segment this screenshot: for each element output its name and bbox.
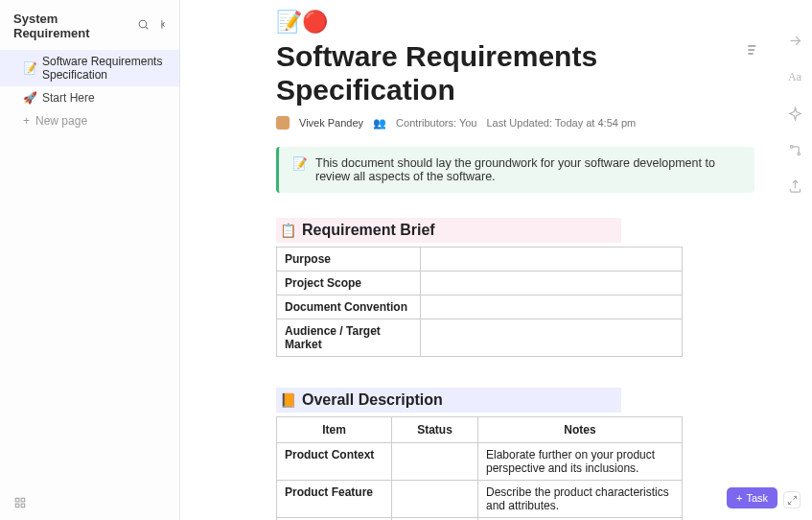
contributors-icon[interactable]: 👥 <box>373 117 386 130</box>
callout-icon: 📝 <box>292 156 308 183</box>
contributors-value: You <box>459 117 477 129</box>
section-heading-brief[interactable]: 📋 Requirement Brief <box>276 218 621 243</box>
section-icon: 📙 <box>280 392 296 408</box>
fullscreen-icon[interactable] <box>783 491 800 508</box>
callout-block[interactable]: 📝 This document should lay the groundwor… <box>276 147 754 193</box>
table-row: Project Scope <box>277 272 683 295</box>
sidebar-item-label: Software Requirements Specification <box>42 55 170 82</box>
expand-width-icon[interactable] <box>787 33 802 48</box>
updated-label: Last Updated: <box>486 117 552 129</box>
svg-point-14 <box>790 145 793 148</box>
plus-icon: + <box>736 492 742 504</box>
svg-point-15 <box>798 153 800 155</box>
table-row: Document Convention <box>277 295 683 319</box>
sidebar-item-label: Start Here <box>42 91 95 105</box>
table-row: Product Feature Describe the product cha… <box>277 481 683 518</box>
svg-rect-6 <box>21 504 25 508</box>
svg-rect-4 <box>21 498 25 502</box>
docs-home-icon[interactable] <box>13 496 27 512</box>
svg-rect-3 <box>15 498 19 502</box>
svg-line-18 <box>788 501 791 504</box>
typography-icon[interactable]: Aa <box>787 69 802 84</box>
new-page-button[interactable]: + New page <box>0 109 179 132</box>
callout-text: This document should lay the groundwork … <box>315 156 741 183</box>
section-heading-overall[interactable]: 📙 Overall Description <box>276 388 621 413</box>
sidebar-item-start-here[interactable]: 🚀 Start Here <box>0 86 179 109</box>
doc-meta: Vivek Pandey 👥 Contributors: You Last Up… <box>276 116 754 130</box>
new-page-label: New page <box>35 114 87 128</box>
contributors-label: Contributors: <box>396 117 456 129</box>
plus-icon: + <box>23 114 30 128</box>
section-icon: 📋 <box>280 223 296 238</box>
main-content: 📝🔴 Software Requirements Specification V… <box>180 0 812 520</box>
requirement-brief-table[interactable]: Purpose Project Scope Document Conventio… <box>276 247 683 357</box>
section-title: Requirement Brief <box>302 222 435 239</box>
export-icon[interactable] <box>787 178 802 194</box>
author-name[interactable]: Vivek Pandey <box>299 117 363 129</box>
svg-line-17 <box>793 496 796 499</box>
cover-emoji[interactable]: 📝🔴 <box>276 10 754 35</box>
sidebar-item-srs[interactable]: 📝 Software Requirements Specification <box>0 50 179 86</box>
sidebar: System Requirement 📝 Software Requiremen… <box>0 0 180 520</box>
author-avatar[interactable] <box>276 116 290 130</box>
toc-icon[interactable] <box>743 42 758 60</box>
search-icon[interactable] <box>137 18 150 34</box>
table-header-row: Item Status Notes <box>277 417 683 443</box>
page-icon: 📝 <box>23 61 36 75</box>
table-row: Audience / Target Market <box>277 319 683 357</box>
relationships-icon[interactable] <box>787 142 802 157</box>
new-task-button[interactable]: + Task <box>727 487 777 508</box>
task-button-label: Task <box>746 492 768 504</box>
svg-line-1 <box>146 27 148 29</box>
sidebar-header: System Requirement <box>0 8 179 50</box>
section-title: Overall Description <box>302 391 443 409</box>
svg-point-0 <box>139 20 147 28</box>
updated-value: Today at 4:54 pm <box>555 117 636 129</box>
page-icon: 🚀 <box>23 91 36 105</box>
table-row: Product Context Elaborate further on you… <box>277 443 683 481</box>
collapse-sidebar-icon[interactable] <box>157 18 170 34</box>
page-title[interactable]: Software Requirements Specification <box>276 40 754 106</box>
workspace-title: System Requirement <box>13 12 137 40</box>
overall-description-table[interactable]: Item Status Notes Product Context Elabor… <box>276 416 683 520</box>
table-row: Purpose <box>277 248 683 272</box>
ai-icon[interactable] <box>787 106 802 121</box>
document-body: 📝🔴 Software Requirements Specification V… <box>180 0 812 520</box>
svg-rect-5 <box>15 504 19 508</box>
right-rail: Aa <box>787 33 802 194</box>
